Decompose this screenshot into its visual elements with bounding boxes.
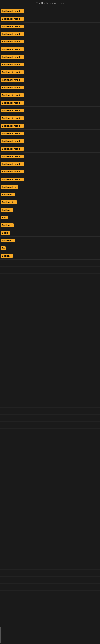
bottleneck-badge: Bottleneck result bbox=[1, 70, 24, 74]
bottleneck-badge: Bottleneck result bbox=[1, 147, 24, 150]
empty-row bbox=[0, 450, 100, 457]
list-item: Bottleneck result bbox=[0, 30, 100, 38]
empty-row bbox=[0, 534, 100, 541]
empty-row bbox=[0, 541, 100, 548]
empty-row bbox=[0, 436, 100, 443]
empty-row bbox=[0, 394, 100, 400]
empty-row bbox=[0, 506, 100, 513]
empty-row bbox=[0, 267, 100, 274]
list-item: Bottleneck result bbox=[0, 107, 100, 114]
bottleneck-badge: Bottleneck result bbox=[1, 40, 24, 44]
bottleneck-badge: Bottlenec bbox=[1, 193, 15, 196]
empty-row bbox=[0, 379, 100, 386]
bottleneck-badge: Bottlen bbox=[1, 208, 13, 212]
bottleneck-badge: Bottleneck result bbox=[1, 48, 24, 51]
empty-row bbox=[0, 492, 100, 499]
bottleneck-badge: Bottle bbox=[1, 231, 10, 235]
empty-row bbox=[0, 633, 100, 640]
empty-row bbox=[0, 485, 100, 492]
list-item: Bottlene bbox=[0, 222, 100, 229]
bottleneck-badge: Bottleneck result bbox=[1, 109, 24, 112]
bottleneck-badge: Bottleneck result bbox=[1, 24, 24, 28]
list-item: Bottleneck result bbox=[0, 7, 100, 15]
bottleneck-badge: Bottleneck re bbox=[1, 185, 18, 189]
list-item: Bottleneck result bbox=[0, 61, 100, 68]
empty-row bbox=[0, 358, 100, 365]
bottleneck-badge: Bottlen bbox=[1, 254, 13, 258]
bottleneck-badge: Bottleneck result bbox=[1, 162, 24, 166]
bottleneck-badge: Bottleneck r bbox=[1, 200, 17, 204]
empty-row bbox=[0, 626, 100, 633]
bottleneck-badge: Bottleneck result bbox=[1, 17, 24, 20]
list-item: Bottleneck result bbox=[0, 130, 100, 137]
bottleneck-badge: Bottleneck result bbox=[1, 116, 24, 120]
bottleneck-badge: Bottleneck result bbox=[1, 86, 24, 89]
empty-row bbox=[0, 414, 100, 422]
empty-row bbox=[0, 443, 100, 450]
empty-row bbox=[0, 309, 100, 316]
list-item: Bottleneck result bbox=[0, 91, 100, 99]
empty-row bbox=[0, 274, 100, 281]
empty-row bbox=[0, 562, 100, 570]
empty-row bbox=[0, 520, 100, 527]
empty-row bbox=[0, 464, 100, 471]
empty-row bbox=[0, 330, 100, 337]
list-item: Bottlen bbox=[0, 206, 100, 214]
list-item: Bottleneck result bbox=[0, 122, 100, 130]
empty-row bbox=[0, 591, 100, 598]
empty-row bbox=[0, 527, 100, 534]
empty-row bbox=[0, 400, 100, 408]
list-item: Bottleneck result bbox=[0, 76, 100, 84]
list-item: Bottlenec bbox=[0, 191, 100, 198]
bottleneck-badge: Bottleneck result bbox=[1, 101, 24, 105]
list-item: Bottleneck result bbox=[0, 168, 100, 176]
empty-row bbox=[0, 499, 100, 506]
site-title: TheBottlenecker.com bbox=[0, 0, 100, 6]
empty-row bbox=[0, 365, 100, 372]
bottleneck-badge: Bottleneck result bbox=[1, 139, 24, 143]
empty-row bbox=[0, 295, 100, 302]
list-item: Bottleneck result bbox=[0, 22, 100, 30]
empty-row bbox=[0, 372, 100, 379]
bottleneck-badge: Bottleneck result bbox=[1, 170, 24, 174]
list-item: Bott bbox=[0, 214, 100, 222]
empty-row bbox=[0, 576, 100, 584]
empty-row bbox=[0, 584, 100, 591]
empty-row bbox=[0, 422, 100, 429]
empty-row bbox=[0, 556, 100, 562]
list-item: Bottleneck result bbox=[0, 152, 100, 160]
empty-row bbox=[0, 570, 100, 576]
empty-row bbox=[0, 344, 100, 351]
empty-row bbox=[0, 612, 100, 619]
bottleneck-badge: Bottleneck result bbox=[1, 154, 24, 158]
list-item: Bottleneck result bbox=[0, 99, 100, 107]
empty-row bbox=[0, 548, 100, 556]
bottleneck-badge: Bottlene bbox=[1, 224, 14, 227]
empty-row bbox=[0, 386, 100, 394]
bottleneck-badge: Bottleneck result bbox=[1, 9, 24, 13]
empty-row bbox=[0, 288, 100, 295]
bottleneck-badge: Bottleneck result bbox=[1, 32, 24, 36]
list-item: Bottleneck result bbox=[0, 137, 100, 145]
empty-row bbox=[0, 457, 100, 464]
empty-row bbox=[0, 351, 100, 358]
empty-row bbox=[0, 619, 100, 626]
bottleneck-badge: Bottleneck result bbox=[1, 124, 24, 128]
bottleneck-badge: Bottleneck result bbox=[1, 178, 24, 181]
bottleneck-badge: Bottleneck result bbox=[1, 132, 24, 135]
empty-row bbox=[0, 302, 100, 309]
bottleneck-badge: Bo bbox=[1, 246, 6, 250]
list-item: Bottlenec bbox=[0, 237, 100, 244]
list-item: Bottleneck result bbox=[0, 176, 100, 183]
bottleneck-badge: Bottleneck result bbox=[1, 63, 24, 66]
empty-row bbox=[0, 260, 100, 267]
list-item: Bottleneck result bbox=[0, 53, 100, 61]
empty-row bbox=[0, 598, 100, 605]
bottleneck-badge: Bottlenec bbox=[1, 239, 15, 242]
empty-row bbox=[0, 337, 100, 344]
list-item: Bottleneck result bbox=[0, 145, 100, 152]
list-item: Bottleneck result bbox=[0, 46, 100, 53]
results-list: Bottleneck resultBottleneck resultBottle… bbox=[0, 6, 100, 644]
list-item: Bottleneck result bbox=[0, 15, 100, 22]
empty-row bbox=[0, 408, 100, 414]
